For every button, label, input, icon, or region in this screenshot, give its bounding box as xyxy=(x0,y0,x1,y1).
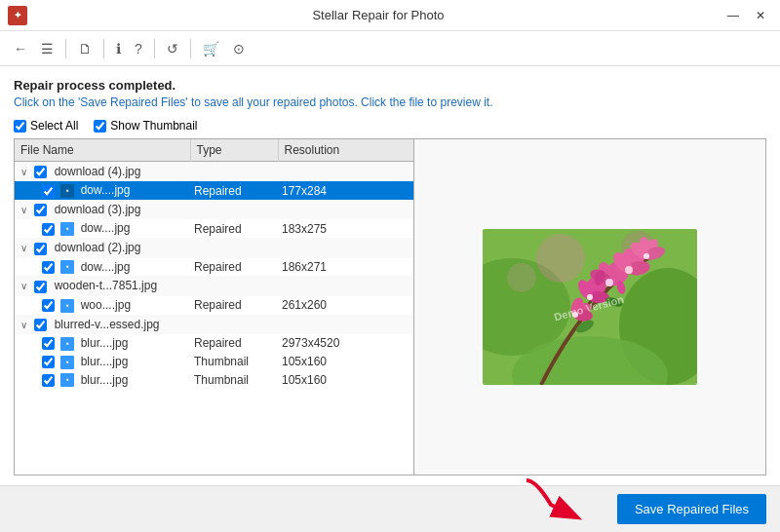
info-button[interactable]: ℹ xyxy=(112,39,125,58)
col-filename: File Name xyxy=(15,139,190,162)
table-group-row[interactable]: ∨ download (2).jpg xyxy=(15,238,413,257)
file-icon: ▪ xyxy=(60,184,74,198)
refresh-button[interactable]: ↺ xyxy=(163,39,182,58)
menu-icon: ☰ xyxy=(41,41,54,57)
toolbar-separator-4 xyxy=(190,39,191,58)
cart-button[interactable]: 🛒 xyxy=(199,39,223,58)
table-row[interactable]: ▪ dow....jpg Repaired 186x271 xyxy=(15,258,413,277)
file-checkbox[interactable] xyxy=(42,337,55,350)
svg-point-16 xyxy=(587,294,593,300)
table-row[interactable]: ▪ blur....jpg Thumbnail 105x160 xyxy=(15,353,413,371)
table-group-row[interactable]: ∨ download (4).jpg xyxy=(15,162,413,182)
file-resolution: 261x260 xyxy=(278,296,413,315)
group-name: download (3).jpg xyxy=(55,203,141,216)
bottom-bar: Save Repaired Files xyxy=(0,485,780,532)
save-repaired-files-button[interactable]: Save Repaired Files xyxy=(617,494,766,524)
group-name: blurred-v...essed.jpg xyxy=(55,318,160,331)
file-type: Thumbnail xyxy=(190,371,278,390)
window-title: Stellar Repair for Photo xyxy=(35,8,722,22)
app-icon: ✦ xyxy=(8,6,27,25)
file-resolution: 177x284 xyxy=(278,181,413,200)
file-resolution: 183x275 xyxy=(278,219,413,238)
file-icon: ▪ xyxy=(60,373,74,387)
file-name: woo....jpg xyxy=(81,298,131,312)
file-checkbox[interactable] xyxy=(42,261,55,274)
file-icon: ▪ xyxy=(60,260,74,274)
flower-preview-svg: Demo Version xyxy=(483,229,697,385)
arrow-indicator xyxy=(522,475,600,524)
svg-point-30 xyxy=(644,253,649,259)
show-thumbnail-label[interactable]: Show Thumbnail xyxy=(94,119,197,133)
toolbar-separator-1 xyxy=(65,39,66,58)
close-button[interactable]: ✕ xyxy=(749,6,772,25)
table-row[interactable]: ▪ woo....jpg Repaired 261x260 xyxy=(15,296,413,315)
file-name: blur....jpg xyxy=(81,373,129,387)
table-group-row[interactable]: ∨ download (3).jpg xyxy=(15,200,413,219)
cart-icon: 🛒 xyxy=(203,41,219,57)
chevron-icon: ∨ xyxy=(20,205,27,215)
show-thumbnail-checkbox[interactable] xyxy=(94,120,106,133)
table-row[interactable]: ▪ blur....jpg Repaired 2973x4520 xyxy=(15,334,413,353)
group-checkbox[interactable] xyxy=(34,319,47,331)
file-table: File Name Type Resolution ∨ download (4)… xyxy=(15,139,413,389)
table-row[interactable]: ▪ blur....jpg Thumbnail 105x160 xyxy=(15,371,413,390)
file-icon: ▪ xyxy=(60,222,74,236)
table-row[interactable]: ▪ dow....jpg Repaired 177x284 xyxy=(15,181,413,200)
svg-point-21 xyxy=(625,266,633,274)
profile-button[interactable]: ⊙ xyxy=(229,39,249,58)
minimize-button[interactable]: — xyxy=(722,6,745,25)
svg-point-11 xyxy=(605,279,613,286)
group-checkbox[interactable] xyxy=(34,243,47,255)
file-resolution: 2973x4520 xyxy=(278,334,413,353)
file-type: Repaired xyxy=(190,258,278,277)
group-checkbox[interactable] xyxy=(34,281,47,293)
list-icon: 🗋 xyxy=(78,41,92,57)
options-row: Select All Show Thumbnail xyxy=(14,119,766,133)
preview-image-container: Demo Version xyxy=(483,229,697,385)
svg-point-6 xyxy=(507,263,536,292)
help-button[interactable]: ? xyxy=(131,39,146,58)
table-header: File Name Type Resolution xyxy=(15,139,413,162)
col-type: Type xyxy=(190,139,278,162)
file-icon: ▪ xyxy=(60,337,74,351)
table-group-row[interactable]: ∨ blurred-v...essed.jpg xyxy=(15,315,413,334)
file-name: blur....jpg xyxy=(81,355,129,368)
file-resolution: 105x160 xyxy=(278,353,413,371)
select-all-label[interactable]: Select All xyxy=(14,119,78,133)
group-checkbox[interactable] xyxy=(34,166,47,178)
table-row[interactable]: ▪ dow....jpg Repaired 183x275 xyxy=(15,219,413,238)
toolbar-separator-2 xyxy=(103,39,104,58)
file-resolution: 186x271 xyxy=(278,258,413,277)
profile-icon: ⊙ xyxy=(233,41,245,57)
help-icon: ? xyxy=(135,41,142,57)
info-icon: ℹ xyxy=(116,41,121,57)
select-all-checkbox[interactable] xyxy=(14,120,26,133)
file-icon: ▪ xyxy=(60,299,74,313)
file-type: Thumbnail xyxy=(190,353,278,371)
chevron-icon: ∨ xyxy=(20,281,27,291)
preview-area: Demo Version xyxy=(414,139,765,475)
file-type: Repaired xyxy=(190,334,278,353)
file-checkbox[interactable] xyxy=(42,223,55,236)
status-description: Click on the 'Save Repaired Files' to sa… xyxy=(14,95,766,109)
refresh-icon: ↺ xyxy=(167,41,178,57)
table-group-row[interactable]: ∨ wooden-t...7851.jpg xyxy=(15,276,413,295)
group-name: download (2).jpg xyxy=(55,241,141,254)
file-table-area: File Name Type Resolution ∨ download (4)… xyxy=(15,139,414,475)
menu-button[interactable]: ☰ xyxy=(37,39,58,58)
file-resolution: 105x160 xyxy=(278,371,413,390)
back-button[interactable]: ← xyxy=(10,39,31,58)
chevron-icon: ∨ xyxy=(20,320,27,330)
file-checkbox[interactable] xyxy=(42,299,55,312)
file-name: blur....jpg xyxy=(81,336,129,350)
file-checkbox[interactable] xyxy=(42,185,55,198)
status-bold: Repair process completed. xyxy=(14,78,766,93)
file-checkbox[interactable] xyxy=(42,356,55,368)
content-area: File Name Type Resolution ∨ download (4)… xyxy=(14,138,766,475)
group-checkbox[interactable] xyxy=(34,204,47,216)
list-button[interactable]: 🗋 xyxy=(74,39,96,58)
file-name: dow....jpg xyxy=(81,183,131,197)
file-icon: ▪ xyxy=(60,356,74,369)
file-checkbox[interactable] xyxy=(42,374,55,387)
title-bar: ✦ Stellar Repair for Photo — ✕ xyxy=(0,0,780,31)
